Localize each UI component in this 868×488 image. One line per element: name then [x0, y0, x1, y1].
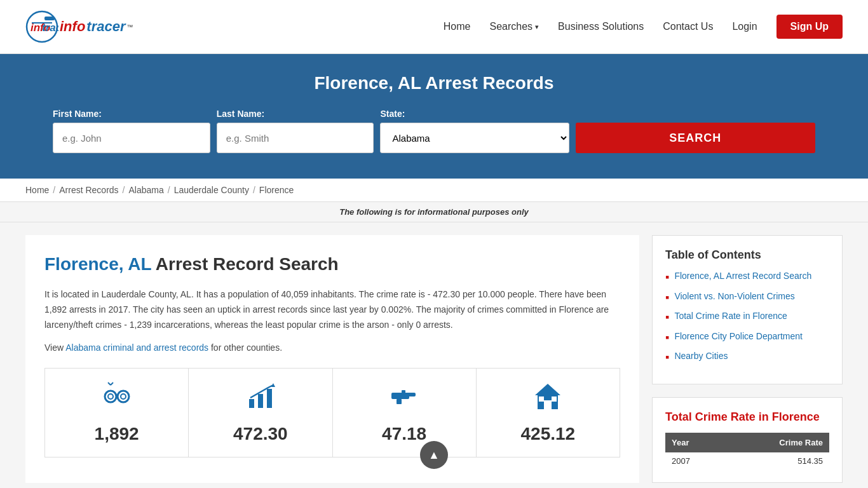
- stat-arrests-value: 1,892: [95, 424, 139, 444]
- toc-link-2[interactable]: Violent vs. Non-Violent Crimes: [674, 291, 794, 301]
- toc-list: ▪ Florence, AL Arrest Record Search ▪ Vi…: [665, 271, 829, 365]
- stat-rate-value: 472.30: [233, 424, 288, 444]
- svg-rect-17: [407, 393, 416, 396]
- svg-point-9: [121, 394, 126, 399]
- stat-rate: 472.30: [189, 369, 332, 457]
- svg-rect-19: [402, 390, 405, 394]
- first-name-input[interactable]: [53, 123, 210, 153]
- stat-violent: 47.18: [333, 369, 477, 457]
- description-text: It is located in Lauderdale County, AL. …: [44, 287, 620, 332]
- breadcrumb-lauderdale-county[interactable]: Lauderdale County: [174, 185, 249, 195]
- heading-blue: Florence, AL: [44, 254, 151, 274]
- main-nav: Home Searches ▾ Business Solutions Conta…: [444, 15, 843, 39]
- stat-property: 425.12: [477, 369, 620, 457]
- breadcrumb-alabama[interactable]: Alabama: [129, 185, 164, 195]
- breadcrumb-sep-3: /: [168, 185, 170, 195]
- page-heading: Florence, AL Arrest Record Search: [44, 254, 620, 274]
- logo-text-info: info: [60, 18, 85, 35]
- svg-rect-13: [258, 394, 263, 408]
- crime-rate-title: Total Crime Rate in Florence: [665, 410, 829, 424]
- toc-bullet-3: ▪: [665, 311, 669, 325]
- stat-property-value: 425.12: [521, 424, 576, 444]
- toc-item-4: ▪ Florence City Police Department: [665, 331, 829, 345]
- toc-item-2: ▪ Violent vs. Non-Violent Crimes: [665, 291, 829, 305]
- svg-rect-14: [267, 389, 272, 408]
- crime-table-year-header: Year: [665, 433, 724, 452]
- toc-link-4[interactable]: Florence City Police Department: [674, 331, 803, 341]
- nav-searches[interactable]: Searches ▾: [489, 21, 539, 32]
- svg-rect-22: [544, 400, 552, 409]
- view-link-paragraph: View Alabama criminal and arrest records…: [44, 342, 620, 353]
- toc-link-1[interactable]: Florence, AL Arrest Record Search: [674, 271, 811, 281]
- crime-table-year-2007: 2007: [665, 452, 724, 470]
- search-button[interactable]: SEARCH: [576, 123, 815, 153]
- last-name-label: Last Name:: [217, 109, 374, 119]
- scroll-top-button[interactable]: ▲: [420, 441, 448, 469]
- svg-line-10: [108, 383, 111, 385]
- breadcrumb-sep-2: /: [123, 185, 125, 195]
- header: info tracer infotracer™ Home Searches ▾ …: [0, 0, 868, 54]
- gun-icon: [389, 381, 419, 417]
- svg-rect-12: [249, 399, 254, 408]
- nav-login[interactable]: Login: [732, 21, 757, 32]
- crime-rate-table: Year Crime Rate 2007 514.35: [665, 433, 829, 470]
- crime-table-rate-header: Crime Rate: [724, 433, 829, 452]
- state-select[interactable]: Alabama: [380, 123, 569, 153]
- svg-rect-16: [391, 393, 409, 399]
- logo: info tracer infotracer™: [25, 10, 133, 43]
- heading-rest: Arrest Record Search: [151, 254, 339, 274]
- toc-title: Table of Contents: [665, 248, 829, 262]
- nav-business-solutions[interactable]: Business Solutions: [558, 21, 644, 32]
- view-text: View: [44, 342, 65, 353]
- toc-bullet-4: ▪: [665, 331, 669, 345]
- breadcrumb-home[interactable]: Home: [25, 185, 49, 195]
- toc-bullet-2: ▪: [665, 291, 669, 305]
- toc-item-1: ▪ Florence, AL Arrest Record Search: [665, 271, 829, 285]
- toc-link-5[interactable]: Nearby Cities: [674, 351, 728, 361]
- nav-searches-label: Searches: [489, 21, 532, 32]
- first-name-label: First Name:: [53, 109, 210, 119]
- svg-rect-18: [397, 399, 402, 404]
- toc-item-3: ▪ Total Crime Rate in Florence: [665, 311, 829, 325]
- house-icon: [532, 381, 563, 417]
- hero-title: Florence, AL Arrest Records: [25, 73, 843, 93]
- info-bar: The following is for informational purpo…: [0, 202, 868, 222]
- chart-icon: [245, 381, 276, 417]
- hero-section: Florence, AL Arrest Records First Name: …: [0, 54, 868, 179]
- view-suffix: for other counties.: [208, 342, 282, 353]
- handcuffs-icon: [102, 381, 132, 417]
- state-group: State: Alabama: [380, 109, 569, 153]
- alabama-records-link[interactable]: Alabama criminal and arrest records: [65, 342, 208, 353]
- svg-point-6: [118, 391, 129, 402]
- crime-table-header-row: Year Crime Rate: [665, 433, 829, 452]
- svg-marker-20: [535, 384, 560, 395]
- svg-rect-23: [539, 396, 544, 402]
- svg-point-8: [108, 394, 113, 399]
- stats-row: 1,892 472.30: [44, 368, 620, 458]
- logo-icon: info tracer: [25, 10, 58, 43]
- nav-home[interactable]: Home: [444, 21, 471, 32]
- svg-line-11: [111, 383, 113, 385]
- breadcrumb-arrest-records[interactable]: Arrest Records: [59, 185, 118, 195]
- info-bar-text: The following is for informational purpo…: [339, 207, 529, 217]
- right-sidebar: Table of Contents ▪ Florence, AL Arrest …: [652, 235, 843, 483]
- toc-box: Table of Contents ▪ Florence, AL Arrest …: [652, 235, 843, 384]
- svg-rect-4: [44, 17, 55, 20]
- breadcrumb-sep-1: /: [53, 185, 55, 195]
- state-label: State:: [380, 109, 569, 119]
- toc-item-5: ▪ Nearby Cities: [665, 351, 829, 365]
- last-name-input[interactable]: [217, 123, 374, 153]
- toc-bullet-5: ▪: [665, 351, 669, 365]
- crime-table-row-2007: 2007 514.35: [665, 452, 829, 470]
- stat-violent-value: 47.18: [382, 424, 426, 444]
- nav-signup-button[interactable]: Sign Up: [776, 15, 843, 39]
- content-left: Florence, AL Arrest Record Search It is …: [25, 235, 639, 483]
- svg-rect-24: [552, 396, 557, 402]
- crime-rate-box: Total Crime Rate in Florence Year Crime …: [652, 397, 843, 483]
- nav-contact-us[interactable]: Contact Us: [663, 21, 713, 32]
- breadcrumb-florence: Florence: [259, 185, 294, 195]
- last-name-group: Last Name:: [217, 109, 374, 153]
- breadcrumb-bar: Home / Arrest Records / Alabama / Lauder…: [0, 179, 868, 202]
- breadcrumb: Home / Arrest Records / Alabama / Lauder…: [25, 185, 843, 195]
- toc-link-3[interactable]: Total Crime Rate in Florence: [674, 311, 787, 321]
